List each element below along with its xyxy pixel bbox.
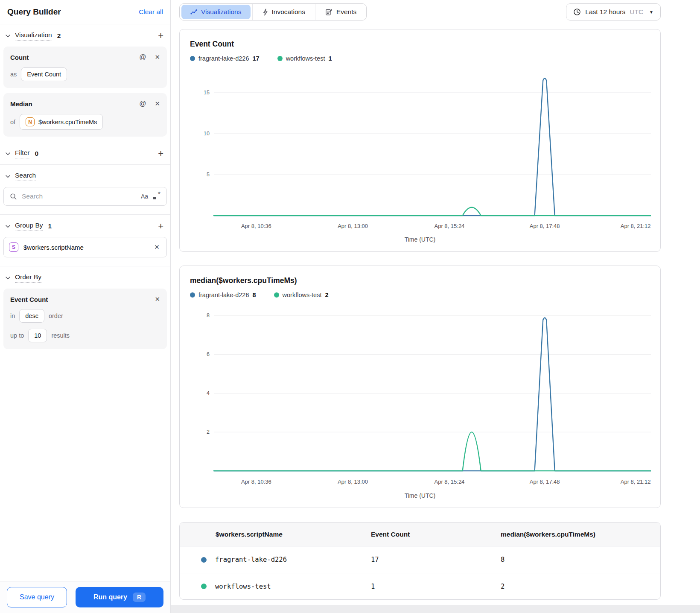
chevron-down-icon[interactable] (5, 33, 11, 39)
run-query-button[interactable]: Run query R (76, 587, 163, 607)
svg-text:Apr 8, 15:24: Apr 8, 15:24 (435, 479, 465, 485)
chevron-down-icon[interactable] (5, 174, 11, 179)
median-field-selector[interactable]: N $workers.cpuTimeMs (20, 114, 103, 130)
search-section-title: Search (15, 172, 36, 181)
filter-section-title: Filter (15, 149, 29, 158)
svg-text:Apr 8, 21:12: Apr 8, 21:12 (621, 223, 651, 229)
search-box: Aa * (3, 187, 167, 206)
chevron-down-icon[interactable] (5, 151, 11, 157)
tab-events[interactable]: Events (315, 4, 366, 20)
close-icon[interactable]: ✕ (155, 100, 160, 108)
svg-text:15: 15 (204, 90, 210, 96)
aggregation-name: Median (10, 100, 32, 108)
add-filter-button[interactable]: + (158, 149, 163, 158)
filter-count: 0 (35, 150, 38, 158)
svg-text:Apr 8, 13:00: Apr 8, 13:00 (338, 223, 368, 229)
mention-icon[interactable]: @ (139, 53, 146, 61)
legend-item-workflows-test[interactable]: workflows-test 1 (277, 55, 332, 62)
tab-label: Invocations (272, 8, 305, 16)
time-range-select[interactable]: Last 12 hours UTC ▼ (566, 3, 661, 20)
table-row[interactable]: fragrant-lake-d226 17 8 (180, 546, 660, 573)
series-dot (190, 292, 195, 298)
event-count-chart[interactable]: 51015Apr 8, 10:36Apr 8, 13:00Apr 8, 15:2… (190, 66, 651, 234)
section-search: Search (0, 165, 170, 187)
close-icon[interactable]: ✕ (155, 53, 160, 61)
series-dot (274, 292, 279, 298)
median-field-value: $workers.cpuTimeMs (38, 119, 97, 126)
save-query-button[interactable]: Save query (7, 587, 67, 607)
run-query-label: Run query (93, 593, 127, 601)
svg-text:8: 8 (207, 312, 210, 318)
group-by-item[interactable]: S $workers.scriptName ✕ (3, 237, 167, 257)
visualization-count: 2 (57, 32, 61, 40)
search-icon (10, 193, 17, 200)
time-range-value: Last 12 hours (585, 8, 625, 16)
view-tabs: Visualizations Invocations Events (179, 3, 367, 20)
tab-visualizations[interactable]: Visualizations (180, 4, 252, 20)
remove-group-by-zone[interactable]: ✕ (147, 237, 166, 257)
tab-invocations[interactable]: Invocations (252, 4, 315, 20)
match-case-icon[interactable]: Aa (141, 193, 148, 200)
svg-text:Apr 8, 17:48: Apr 8, 17:48 (530, 479, 560, 485)
aggregation-name: Count (10, 54, 29, 61)
tab-label: Events (336, 8, 356, 16)
page-title: Query Builder (7, 7, 61, 17)
result-limit-field[interactable]: 10 (28, 329, 47, 342)
results-content: Event Count fragrant-lake-d226 17 workfl… (179, 29, 661, 600)
chevron-down-icon[interactable] (5, 275, 11, 281)
regex-icon[interactable]: * (153, 193, 160, 200)
chevron-down-icon: ▼ (649, 10, 653, 15)
svg-text:Apr 8, 13:00: Apr 8, 13:00 (338, 479, 368, 485)
close-icon[interactable]: ✕ (155, 295, 160, 303)
query-builder-panel: Query Builder Clear all Visualization 2 … (0, 0, 171, 613)
as-label: as (10, 71, 17, 78)
event-note-icon (325, 9, 332, 16)
section-visualization: Visualization 2 + (0, 24, 170, 47)
svg-text:6: 6 (207, 351, 210, 357)
of-label: of (10, 119, 15, 126)
median-cpu-chart[interactable]: 2468Apr 8, 10:36Apr 8, 13:00Apr 8, 15:24… (190, 303, 651, 490)
table-header: $workers.scriptName Event Count median($… (180, 523, 660, 546)
legend-item-fragrant-lake[interactable]: fragrant-lake-d226 8 (190, 292, 256, 298)
chevron-down-icon[interactable] (5, 224, 11, 229)
mention-icon[interactable]: @ (139, 100, 146, 108)
series-dot (201, 584, 207, 589)
chart-title: Event Count (190, 40, 650, 49)
legend-item-fragrant-lake[interactable]: fragrant-lake-d226 17 (190, 55, 260, 62)
query-builder-body: Visualization 2 + Count @ ✕ as Event Cou… (0, 24, 170, 581)
x-axis-title: Time (UTC) (190, 492, 650, 499)
clear-all-button[interactable]: Clear all (139, 8, 163, 16)
results-label: results (51, 332, 70, 339)
page-background-strip (171, 605, 700, 613)
svg-text:2: 2 (207, 429, 210, 435)
lightning-bolt-icon (262, 9, 268, 16)
svg-text:4: 4 (207, 390, 210, 396)
event-count-alias-field[interactable]: Event Count (21, 67, 67, 81)
section-order-by: Order By (0, 266, 170, 289)
column-median-cpu: median($workers.cpuTimeMs) (501, 531, 660, 538)
svg-text:Apr 8, 10:36: Apr 8, 10:36 (241, 479, 271, 485)
chart-line-icon (190, 9, 197, 15)
sort-direction-select[interactable]: desc (19, 309, 44, 323)
chart-legend: fragrant-lake-d226 8 workflows-test 2 (190, 292, 650, 298)
query-actions-bar: Save query Run query R (0, 581, 170, 613)
legend-item-workflows-test[interactable]: workflows-test 2 (274, 292, 329, 298)
series-dot (201, 557, 207, 563)
column-script-name: $workers.scriptName (180, 531, 371, 538)
add-group-by-button[interactable]: + (158, 222, 163, 231)
svg-text:Apr 8, 10:36: Apr 8, 10:36 (241, 223, 271, 229)
svg-text:Apr 8, 21:12: Apr 8, 21:12 (621, 479, 651, 485)
close-icon[interactable]: ✕ (154, 243, 160, 251)
event-count-chart-card: Event Count fragrant-lake-d226 17 workfl… (179, 29, 661, 252)
run-shortcut-badge: R (133, 593, 146, 602)
up-to-label: up to (10, 332, 24, 339)
in-label: in (10, 312, 15, 319)
series-dot (277, 56, 283, 61)
group-by-section-title: Group By (15, 222, 43, 231)
order-label: order (49, 312, 63, 319)
column-event-count: Event Count (371, 531, 501, 538)
group-by-field: $workers.scriptName (23, 244, 84, 251)
search-input[interactable] (22, 193, 136, 200)
add-visualization-button[interactable]: + (158, 31, 163, 41)
table-row[interactable]: workflows-test 1 2 (180, 573, 660, 599)
